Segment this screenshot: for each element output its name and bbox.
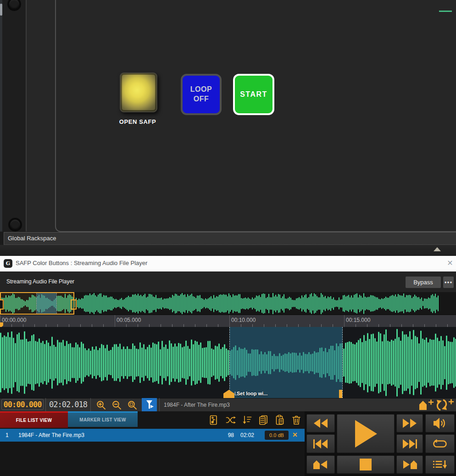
row-index: 1 — [6, 432, 9, 438]
add-audio-file-icon[interactable] — [208, 414, 220, 426]
ruler-gridline — [344, 315, 345, 327]
playhead-follow-toggle[interactable] — [142, 398, 157, 411]
overview-view-handle-left[interactable] — [0, 299, 4, 310]
next-marker-button[interactable] — [396, 455, 423, 474]
overview-waveform-endline — [439, 11, 452, 12]
main-waveform[interactable] — [0, 327, 456, 398]
row-remove-icon[interactable]: ✕ — [292, 431, 298, 438]
overview-view-rectangle[interactable] — [0, 292, 74, 315]
loop-end-marker[interactable] — [339, 390, 342, 398]
shuffle-icon[interactable] — [225, 414, 237, 426]
total-time-display: 02:02.018 — [46, 399, 90, 410]
skip-to-end-button[interactable] — [396, 434, 423, 453]
stop-button[interactable] — [337, 455, 395, 474]
time-ruler[interactable]: 00:00.000 00:05.000 00:10.000 00:15.000 — [0, 315, 456, 327]
open-safp-lamp-button[interactable] — [120, 72, 157, 112]
tab-file-list-view[interactable]: FILE LIST VIEW — [0, 411, 68, 428]
divider — [90, 398, 91, 411]
plugin-menu-button[interactable]: ●●● — [443, 277, 454, 288]
loop-off-button[interactable]: LOOP OFF — [181, 74, 222, 115]
scroll-up-arrow-icon[interactable] — [434, 247, 441, 251]
delete-icon[interactable] — [290, 414, 302, 426]
loop-selection-region[interactable] — [229, 327, 343, 398]
skip-to-start-button[interactable] — [306, 434, 335, 453]
tab-marker-list-view[interactable]: MARKER LIST VIEW — [68, 411, 138, 427]
row-gain-badge[interactable]: 0.0 dB — [265, 431, 289, 440]
loop-toggle-button[interactable] — [425, 434, 455, 453]
open-safp-label: OPEN SAFP — [109, 118, 166, 125]
ruler-label: 00:05.000 — [117, 317, 141, 323]
divider — [159, 398, 160, 411]
ruler-gridline — [229, 315, 230, 327]
bypass-button[interactable]: Bypass — [406, 277, 441, 288]
ruler-gridline — [115, 315, 115, 327]
rack-rail — [2, 0, 27, 232]
play-button[interactable] — [337, 414, 395, 453]
playlist-advance-button[interactable] — [425, 455, 455, 474]
current-time-display: 00:00.000 — [1, 399, 44, 410]
file-list-row[interactable]: 1 1984F - After The Fire.mp3 98 02:02 0.… — [0, 429, 305, 442]
sort-list-icon[interactable] — [241, 414, 253, 426]
row-filename: 1984F - After The Fire.mp3 — [18, 432, 84, 438]
add-marker-icon[interactable] — [418, 399, 434, 410]
row-duration: 02:02 — [240, 432, 254, 438]
overview-view-handle-right[interactable] — [71, 299, 77, 310]
ruler-label: 00:15.000 — [346, 317, 370, 323]
paste-icon[interactable] — [274, 414, 286, 426]
copy-list-icon[interactable] — [257, 414, 269, 426]
loop-tooltip: Set loop wi... — [237, 391, 267, 396]
loaded-filename: 1984F - After The Fire.mp3 — [164, 402, 230, 408]
zoom-out-icon[interactable] — [111, 399, 122, 410]
rewind-button[interactable] — [306, 414, 335, 432]
zoom-fit-icon[interactable] — [127, 399, 138, 410]
start-button[interactable]: START — [233, 74, 274, 115]
stop-icon — [360, 459, 372, 470]
previous-marker-button[interactable] — [306, 455, 335, 474]
plugin-name: Streaming Audio File Player — [6, 278, 74, 285]
zoom-in-icon[interactable] — [95, 399, 107, 410]
divider — [45, 398, 46, 411]
rack-screw-bottom-icon — [8, 218, 22, 232]
add-loop-icon[interactable] — [436, 399, 454, 411]
gig-performer-logo-icon: G — [4, 259, 12, 268]
plugin-window-title: SAFP Color Buttons : Streaming Audio Fil… — [16, 260, 147, 266]
ruler-label: 00:10.000 — [231, 317, 256, 323]
volume-button[interactable] — [425, 414, 455, 432]
ruler-label: 00:00.000 — [2, 317, 26, 323]
close-icon[interactable]: ✕ — [445, 258, 455, 268]
global-rackspace-bar: Global Rackspace — [4, 232, 456, 245]
rack-bottom-strip — [0, 245, 456, 256]
rackspace-panel — [27, 0, 456, 232]
app-root: OPEN SAFP LOOP OFF START Global Rackspac… — [0, 0, 456, 476]
fast-forward-button[interactable] — [396, 414, 423, 432]
transport-grid — [305, 411, 456, 476]
rackspace-panel-frame — [55, 0, 456, 232]
row-value: 98 — [223, 432, 234, 438]
